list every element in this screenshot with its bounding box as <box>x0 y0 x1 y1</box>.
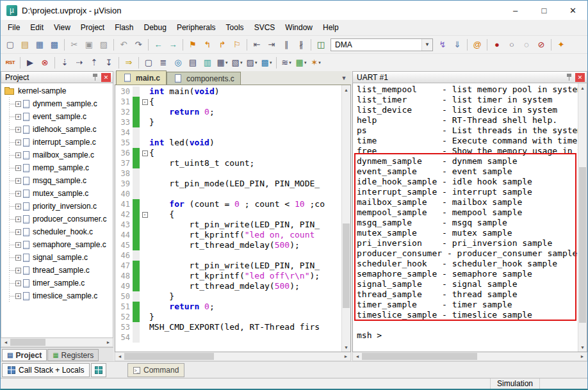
scroll-right-icon[interactable]: ► <box>578 352 587 361</box>
menu-view[interactable]: View <box>49 21 76 34</box>
paste-icon[interactable]: ▨ <box>97 38 111 52</box>
symbol-window-icon[interactable]: ◎ <box>171 56 185 70</box>
fold-collapse-icon[interactable]: - <box>142 150 148 156</box>
tree-file-dynmem-sample-c[interactable]: +dynmem_sample.c <box>1 97 113 110</box>
uart-close-icon[interactable]: ✕ <box>575 73 585 82</box>
maximize-button[interactable]: □ <box>530 1 559 20</box>
tree-file-idlehook-sample-c[interactable]: +idlehook_sample.c <box>1 123 113 136</box>
scroll-right-icon[interactable]: ► <box>104 338 113 346</box>
reset-cpu-button[interactable]: RST <box>3 56 17 70</box>
expand-icon[interactable]: + <box>15 101 21 107</box>
show-next-statement-icon[interactable]: ⇒ <box>122 56 136 70</box>
fold-collapse-icon[interactable]: - <box>142 212 148 218</box>
tree-file-signal-sample-c[interactable]: +signal_sample.c <box>1 251 113 264</box>
scroll-right-icon[interactable]: ► <box>341 352 350 361</box>
stop-debug-icon[interactable]: ⊗ <box>38 56 52 70</box>
toolbox-icon[interactable]: ✶▾ <box>309 56 323 70</box>
prev-bookmark-icon[interactable]: ↰ <box>200 38 215 52</box>
command-tab[interactable]: >_ Command <box>127 363 184 377</box>
minimize-button[interactable]: – <box>501 1 530 20</box>
analysis-windows-icon[interactable]: ▩▾ <box>259 56 274 70</box>
menu-tools[interactable]: Tools <box>221 21 249 34</box>
clear-all-bookmarks-icon[interactable]: ⚐ <box>230 38 244 52</box>
expand-icon[interactable]: + <box>15 178 21 184</box>
editor-vertical-scrollbar[interactable]: ▲ ▼ <box>341 85 350 352</box>
flash-configure-icon[interactable]: ✦ <box>554 38 568 52</box>
scroll-track[interactable] <box>342 94 350 343</box>
system-viewer-icon[interactable]: ▦▾ <box>294 56 308 70</box>
toggle-bookmark-icon[interactable]: ⚑ <box>186 38 200 52</box>
tree-file-mailbox-sample-c[interactable]: +mailbox_sample.c <box>1 149 113 161</box>
expand-icon[interactable]: + <box>15 191 21 197</box>
select-target-icon-icon[interactable]: ◫ <box>314 38 328 52</box>
combo-dropdown-icon[interactable]: ▼ <box>421 39 432 51</box>
tab-registers[interactable]: ▦ Registers <box>47 349 99 361</box>
tree-file-memp-sample-c[interactable]: +memp_sample.c <box>1 161 113 174</box>
editor-horizontal-scrollbar[interactable]: ◄ ► <box>115 352 351 361</box>
menu-help[interactable]: Help <box>318 21 344 34</box>
tree-file-producer-consumer-c[interactable]: +producer_consumer.c <box>1 213 113 225</box>
tree-file-interrupt-sample-c[interactable]: +interrupt_sample.c <box>1 136 113 149</box>
scroll-track[interactable] <box>362 352 578 361</box>
memory-windows-icon[interactable]: ▧▾ <box>230 56 244 70</box>
open-file-icon[interactable]: ▤ <box>18 38 32 52</box>
flash-download-icon[interactable]: ↯ <box>436 38 450 52</box>
run-to-cursor-icon[interactable]: ↧ <box>102 56 116 70</box>
scroll-left-icon[interactable]: ◄ <box>353 352 362 361</box>
project-close-icon[interactable]: ✕ <box>101 73 111 82</box>
tree-file-thread-sample-c[interactable]: +thread_sample.c <box>1 264 113 277</box>
expand-icon[interactable]: + <box>15 140 21 145</box>
menu-debug[interactable]: Debug <box>139 21 172 34</box>
menu-svcs[interactable]: SVCS <box>249 21 281 34</box>
scroll-down-icon[interactable]: ▼ <box>578 343 587 352</box>
indent-icon[interactable]: ⇥ <box>265 38 279 52</box>
navigate-back-icon[interactable]: ← <box>151 38 165 52</box>
serial-windows-icon[interactable]: ▨▾ <box>245 56 259 70</box>
scroll-thumb[interactable] <box>362 353 477 360</box>
uart-console-area[interactable]: list_mempool - list memory pool in syste… <box>352 83 587 352</box>
expand-icon[interactable]: + <box>15 114 21 120</box>
copy-icon[interactable]: ▣ <box>82 38 96 52</box>
expand-icon[interactable]: + <box>15 242 21 248</box>
expand-icon[interactable]: + <box>15 165 21 171</box>
tab-list-dropdown-icon[interactable]: ▼ <box>338 72 350 84</box>
tree-file-semaphore-sample-c[interactable]: +semaphore_sample.c <box>1 238 113 251</box>
tab-project[interactable]: ▤ Project <box>2 349 47 361</box>
next-bookmark-icon[interactable]: ↱ <box>215 38 229 52</box>
menu-flash[interactable]: Flash <box>110 21 138 34</box>
docked-grid-tab[interactable] <box>91 363 106 377</box>
command-window-icon[interactable]: ▢ <box>142 56 156 70</box>
tree-file-timeslice-sample-c[interactable]: +timeslice_sample.c <box>1 289 113 302</box>
tree-file-event-sample-c[interactable]: +event_sample.c <box>1 110 113 123</box>
scroll-up-icon[interactable]: ▲ <box>578 83 587 92</box>
insert-breakpoint-icon[interactable]: ● <box>490 38 504 52</box>
watch-windows-icon[interactable]: ▦▾ <box>215 56 229 70</box>
project-tree[interactable]: kernel-sample+dynmem_sample.c+event_samp… <box>1 83 113 338</box>
uart-horizontal-scrollbar[interactable]: ◄ ► <box>352 352 587 361</box>
target-select-combo[interactable]: DMA▼ <box>331 38 433 51</box>
scroll-track[interactable] <box>578 92 587 343</box>
tab-main-c[interactable]: main.c <box>116 70 167 85</box>
scroll-left-icon[interactable]: ◄ <box>1 338 10 346</box>
menu-window[interactable]: Window <box>280 21 318 34</box>
expand-icon[interactable]: + <box>15 255 21 261</box>
tree-root-kernel-sample[interactable]: kernel-sample <box>1 85 113 97</box>
kill-all-breakpoints-icon[interactable]: ⊘ <box>534 38 548 52</box>
uart-vertical-scrollbar[interactable]: ▲ ▼ <box>578 83 587 352</box>
save-all-icon[interactable]: ▩ <box>47 38 61 52</box>
scroll-track[interactable] <box>124 352 341 361</box>
scroll-thumb[interactable] <box>124 353 214 360</box>
tree-file-timer-sample-c[interactable]: +timer_sample.c <box>1 277 113 289</box>
step-out-icon[interactable]: ⇡ <box>87 56 101 70</box>
menu-peripherals[interactable]: Peripherals <box>172 21 221 34</box>
close-button[interactable]: ✕ <box>559 1 587 20</box>
expand-icon[interactable]: + <box>15 268 21 273</box>
uncomment-selection-icon[interactable]: ∦ <box>294 38 308 52</box>
tree-file-priority-inversion-c[interactable]: +priority_inversion.c <box>1 200 113 213</box>
new-file-icon[interactable]: ▢ <box>3 38 17 52</box>
unindent-icon[interactable]: ⇤ <box>250 38 264 52</box>
fold-collapse-icon[interactable]: - <box>142 99 148 105</box>
scroll-thumb[interactable] <box>579 167 586 322</box>
expand-icon[interactable]: + <box>15 204 21 209</box>
pin-icon[interactable] <box>92 73 98 81</box>
